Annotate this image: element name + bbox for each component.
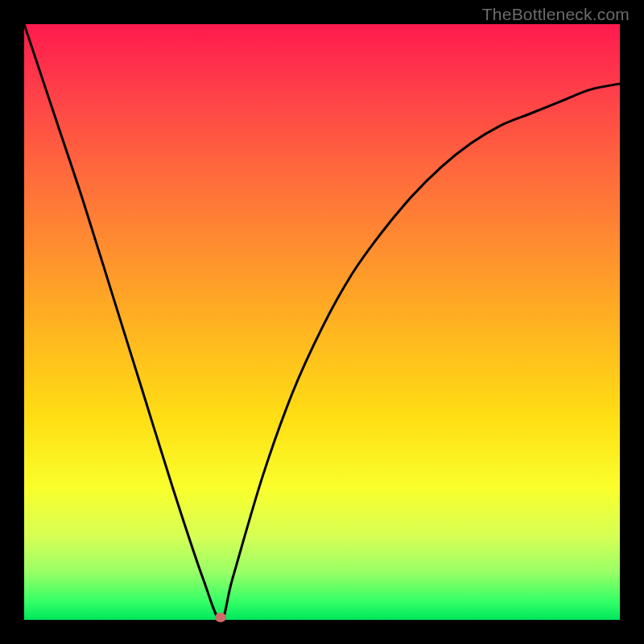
watermark-text: TheBottleneck.com <box>482 5 630 24</box>
curve-svg <box>24 24 620 620</box>
minimum-marker <box>215 613 226 622</box>
chart-frame: TheBottleneck.com <box>0 0 644 644</box>
plot-area <box>24 24 620 620</box>
bottleneck-curve <box>24 24 620 620</box>
